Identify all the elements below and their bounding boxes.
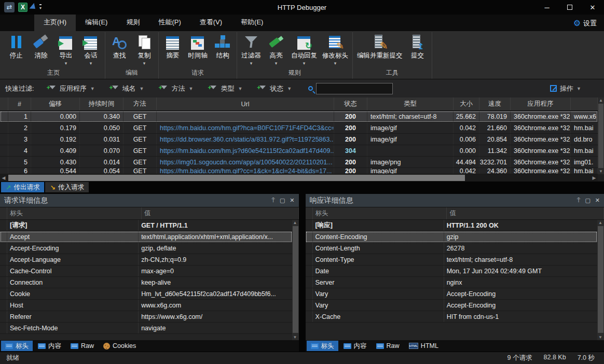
response-header-row[interactable]: Servernginx xyxy=(306,277,598,288)
request-header-row[interactable]: Cache-Controlmax-age=0 xyxy=(0,265,292,277)
request-header-row[interactable]: CookieHm_lvt_d60e542115f2ca02adf147d409b… xyxy=(0,288,292,300)
table-row[interactable]: 20.1790.050GEThttps://hm.baidu.com/hm.gi… xyxy=(0,122,598,134)
table-row[interactable]: 60.5440.054GEThttps://hm.baidu.com/hm.gi… xyxy=(0,168,598,174)
scroll-right-icon[interactable]: ▶ xyxy=(591,175,598,180)
ribbon-button-session[interactable]: 会话▾ xyxy=(78,32,103,66)
scroll-up-icon[interactable]: ▲ xyxy=(292,220,298,225)
request-tab-标头[interactable]: 标头 xyxy=(1,341,33,351)
url-cell[interactable]: https://hm.baidu.com/hm.gif?hca=B0FC10F7… xyxy=(157,122,334,133)
header-column[interactable]: 标头 xyxy=(7,207,142,219)
column-header[interactable]: 持续时间 xyxy=(80,97,123,110)
value-column[interactable]: 值 xyxy=(447,207,604,219)
response-tab-标头[interactable]: 标头 xyxy=(307,341,338,351)
response-header-row[interactable]: VaryAccept-Encoding xyxy=(306,300,598,311)
value-column[interactable]: 值 xyxy=(142,207,299,219)
filter-dropdown-method[interactable]: 方法▼ xyxy=(159,84,193,93)
ribbon-button-copy[interactable]: 复制▾ xyxy=(132,32,157,66)
request-tab-内容[interactable]: 内容 xyxy=(34,341,65,351)
request-header-row[interactable]: Accept-Languagezh-CN,zh;q=0.9 xyxy=(0,254,292,265)
ribbon-button-highlight[interactable]: 高亮▾ xyxy=(264,32,289,66)
float-icon[interactable]: ▢ xyxy=(280,197,285,204)
tab-incoming-requests[interactable]: ↘传入请求 xyxy=(45,182,88,192)
ribbon-button-structure[interactable]: 结构 xyxy=(210,32,235,66)
pin-icon[interactable]: ⍑ xyxy=(271,197,275,204)
response-header-row[interactable]: VaryAccept-Encoding xyxy=(306,288,598,300)
scroll-thumb[interactable] xyxy=(598,226,603,333)
response-header-row[interactable]: Content-Length26278 xyxy=(306,243,598,254)
search-input[interactable] xyxy=(316,83,393,94)
tab-outgoing-requests[interactable]: ↗传出请求 xyxy=(1,182,44,192)
filter-dropdown-domain[interactable]: 域名▼ xyxy=(111,84,144,93)
column-header[interactable]: Url xyxy=(157,97,334,110)
vertical-scroll-thumb[interactable] xyxy=(598,104,603,168)
ribbon-button-export[interactable]: 导出▾ xyxy=(53,32,78,66)
column-header[interactable]: 应用程序 xyxy=(511,97,571,110)
url-cell[interactable]: https://img01.sogoucdn.com/app/a/1005400… xyxy=(157,157,334,167)
column-header[interactable]: 类型 xyxy=(367,97,454,110)
ribbon-button-filter[interactable]: 过滤器▾ xyxy=(239,32,264,66)
url-cell[interactable]: https://dd.browser.360.cn/static/a/831.9… xyxy=(157,134,334,145)
request-header-row[interactable]: Connectionkeep-alive xyxy=(0,277,292,288)
filter-dropdown-application[interactable]: 应用程序▼ xyxy=(48,84,95,93)
scroll-left-icon[interactable]: ◀ xyxy=(0,175,7,180)
request-panel-scrollbar[interactable]: ▲ ▼ xyxy=(292,220,299,340)
url-cell[interactable]: https://hm.baidu.com/hm.js?d60e542115f2c… xyxy=(157,145,334,156)
column-header[interactable]: # xyxy=(8,97,31,110)
scroll-down-icon[interactable]: ▼ xyxy=(598,169,604,174)
scroll-thumb[interactable] xyxy=(293,226,298,333)
ribbon-button-timeline[interactable]: 时间轴 xyxy=(185,32,210,66)
url-cell[interactable]: https://hm.baidu.com/hm.gif?cc=1&ck=1&cl… xyxy=(157,168,334,174)
response-header-row[interactable]: DateMon, 17 Jun 2024 02:49:49 GMT xyxy=(306,265,598,277)
ribbon-button-find[interactable]: 查找 xyxy=(107,32,132,66)
column-header[interactable]: 偏移 xyxy=(31,97,80,110)
column-header[interactable]: 大小 xyxy=(454,97,479,110)
menu-tab-1[interactable]: 编辑(E) xyxy=(76,14,117,31)
column-header[interactable]: 方法 xyxy=(123,97,157,110)
table-row[interactable]: 30.1920.031GEThttps://dd.browser.360.cn/… xyxy=(0,134,598,145)
menu-tab-5[interactable]: 帮助(E) xyxy=(231,14,272,31)
response-header-row[interactable]: X-CacheHIT from cdn-us-1 xyxy=(306,311,598,323)
close-icon[interactable]: ✕ xyxy=(595,197,600,204)
horizontal-scroll-thumb[interactable] xyxy=(8,175,465,181)
response-tab-内容[interactable]: 内容 xyxy=(339,341,371,351)
settings-button[interactable]: ⚙ 设置 xyxy=(573,19,604,31)
request-header-row[interactable]: Hostwww.x6g.com xyxy=(0,300,292,311)
menu-tab-0[interactable]: 主页(H) xyxy=(34,14,76,31)
filter-dropdown-status[interactable]: 状态▼ xyxy=(258,84,292,93)
table-horizontal-scrollbar[interactable]: ◀ ▶ xyxy=(0,174,598,181)
table-row[interactable]: 40.4090.070GEThttps://hm.baidu.com/hm.js… xyxy=(0,145,598,157)
pin-icon[interactable]: ⍑ xyxy=(577,197,581,204)
response-header-row[interactable]: Content-Typetext/html; charset=utf-8 xyxy=(306,254,598,265)
float-icon[interactable]: ▢ xyxy=(585,197,590,204)
response-tab-raw[interactable]: Raw xyxy=(372,341,404,351)
close-icon[interactable]: ✕ xyxy=(290,197,294,204)
request-header-row[interactable]: Accepttext/html,application/xhtml+xml,ap… xyxy=(0,231,292,243)
request-tab-raw[interactable]: Raw xyxy=(66,341,98,351)
scroll-down-icon[interactable]: ▼ xyxy=(292,335,298,340)
request-header-row[interactable]: Accept-Encodinggzip, deflate xyxy=(0,243,292,254)
actions-dropdown[interactable]: 操作 ▼ xyxy=(550,84,599,93)
maximize-button[interactable] xyxy=(558,0,581,15)
filter-dropdown-type[interactable]: 类型▼ xyxy=(209,84,242,93)
menu-tab-2[interactable]: 规则 xyxy=(117,14,149,31)
ribbon-button-summary[interactable]: 摘要 xyxy=(160,32,185,66)
column-header[interactable]: 状态 xyxy=(334,97,367,110)
response-header-row[interactable]: [响应]HTTP/1.1 200 OK xyxy=(306,220,598,231)
minimize-button[interactable]: ─ xyxy=(536,0,558,15)
table-row[interactable]: 10.0000.340GET200text/html; charset=utf-… xyxy=(0,111,598,122)
request-tab-cookies[interactable]: Cookies xyxy=(99,341,140,351)
response-panel-scrollbar[interactable]: ▲ ▼ xyxy=(597,220,604,340)
menu-tab-3[interactable]: 性能(P) xyxy=(149,14,190,31)
scroll-up-icon[interactable]: ▲ xyxy=(597,220,603,225)
ribbon-button-submit[interactable]: 提交 xyxy=(405,32,430,66)
ribbon-button-modheaders[interactable]: 修改标头▾ xyxy=(320,32,351,66)
column-header[interactable]: 速度 xyxy=(479,97,511,110)
response-tab-html[interactable]: HTMLHTML xyxy=(405,341,443,351)
menu-tab-4[interactable]: 查看(V) xyxy=(190,14,231,31)
ribbon-button-clear[interactable]: 清除 xyxy=(29,32,53,66)
ribbon-button-resubmit[interactable]: 编辑并重新提交 xyxy=(354,32,405,66)
request-header-row[interactable]: [请求]GET / HTTP/1.1 xyxy=(0,220,292,231)
request-header-row[interactable]: Refererhttps://www.x6g.com/ xyxy=(0,311,292,323)
response-header-row[interactable]: Content-Encodinggzip xyxy=(306,231,598,243)
scroll-down-icon[interactable]: ▼ xyxy=(597,335,603,340)
